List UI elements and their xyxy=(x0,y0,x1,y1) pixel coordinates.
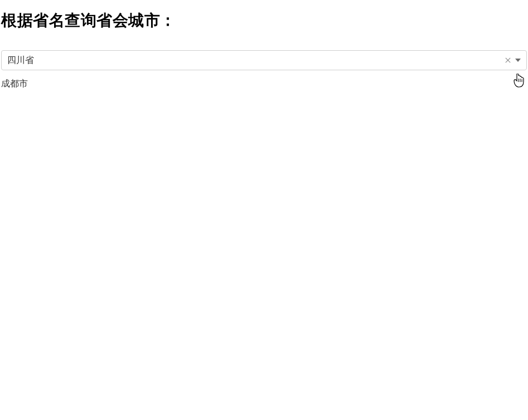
clear-icon[interactable] xyxy=(503,55,513,65)
province-select-value: 四川省 xyxy=(7,51,503,70)
result-text: 成都市 xyxy=(0,70,528,90)
province-select[interactable]: 四川省 xyxy=(1,50,527,70)
page-heading: 根据省名查询省会城市： xyxy=(0,0,528,42)
chevron-down-icon[interactable] xyxy=(514,56,522,64)
